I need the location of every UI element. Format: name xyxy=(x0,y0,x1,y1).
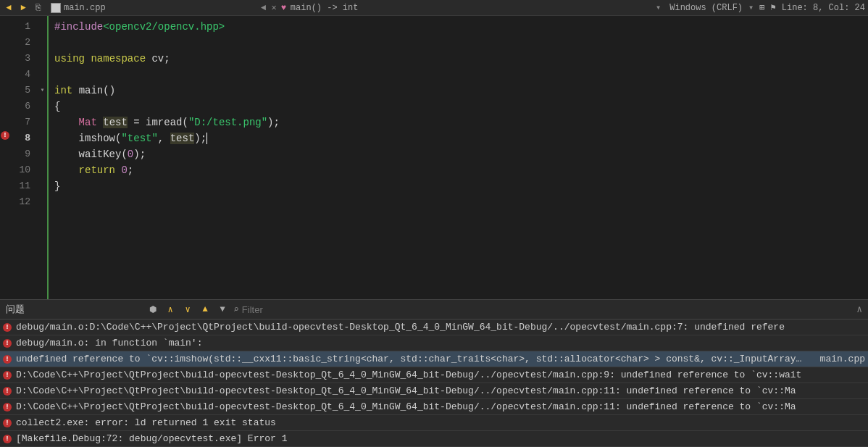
copy-icon[interactable]: ⎘ xyxy=(32,2,43,14)
line-num[interactable]: 5 xyxy=(10,83,30,99)
back-icon[interactable]: ◄ xyxy=(3,2,14,14)
code-area[interactable]: #include<opencv2/opencv.hpp> using names… xyxy=(49,16,868,299)
bookmark-icon[interactable]: ⚑ xyxy=(771,2,776,13)
code-line: waitKey(0); xyxy=(54,146,862,162)
issue-row[interactable]: !collect2.exe: error: ld returned 1 exit… xyxy=(0,415,868,431)
forward-icon[interactable]: ► xyxy=(17,2,29,14)
code-line: } xyxy=(54,178,862,194)
code-line xyxy=(54,194,862,210)
error-icon: ! xyxy=(3,371,12,380)
file-icon xyxy=(51,3,61,13)
error-gutter: ! xyxy=(0,16,10,299)
warning-icon[interactable]: ▲ xyxy=(199,303,212,316)
line-num[interactable]: 6 xyxy=(10,99,30,114)
breadcrumb-dropdown-icon[interactable]: ▾ xyxy=(656,2,661,13)
line-num[interactable]: 9 xyxy=(10,146,30,162)
error-icon: ! xyxy=(3,435,12,443)
issues-panel: 问题 ⬢ ∧ ∨ ▲ ▼ ⌕ ∧ !debug/main.o:D:\Code\C… xyxy=(0,299,868,447)
issues-list[interactable]: !debug/main.o:D:\Code\C++\Project\QtProj… xyxy=(0,319,868,447)
code-line: int main() xyxy=(54,83,862,99)
filter-box: ⌕ xyxy=(233,304,387,315)
issues-toolbar: ⬢ ∧ ∨ ▲ ▼ ⌕ xyxy=(146,303,387,316)
issue-row[interactable]: !D:\Code\C++\Project\QtProject\build-ope… xyxy=(0,383,868,399)
filter-funnel-icon[interactable]: ▼ xyxy=(216,303,229,316)
error-marker[interactable]: ! xyxy=(0,128,10,143)
code-line: return 0; xyxy=(54,162,862,178)
error-icon: ! xyxy=(3,419,12,427)
line-num[interactable]: 7 xyxy=(10,114,30,130)
line-num[interactable]: 2 xyxy=(10,35,30,51)
code-line: Mat test = imread("D:/test.png"); xyxy=(54,114,862,130)
cursor-position: Line: 8, Col: 24 xyxy=(782,3,865,13)
issue-row[interactable]: !undefined reference to `cv::imshow(std:… xyxy=(0,351,868,367)
code-line xyxy=(54,35,862,51)
top-left-controls: ◄ ► ⎘ main.cpp xyxy=(3,2,110,14)
issue-row[interactable]: !D:\Code\C++\Project\QtProject\build-ope… xyxy=(0,399,868,415)
encoding-label[interactable]: Windows (CRLF) xyxy=(669,3,743,13)
issues-title: 问题 xyxy=(6,303,25,316)
breadcrumb-area: ◄ ✕ ♥ main() -> int xyxy=(261,2,358,13)
line-num[interactable]: 10 xyxy=(10,162,30,178)
fold-toggle-icon[interactable]: ▾ xyxy=(38,83,47,99)
line-num[interactable]: 3 xyxy=(10,51,30,67)
line-num[interactable]: 12 xyxy=(10,194,30,210)
error-icon: ! xyxy=(3,323,12,332)
error-icon: ! xyxy=(3,355,12,364)
issues-header: 问题 ⬢ ∧ ∨ ▲ ▼ ⌕ ∧ xyxy=(0,300,868,319)
build-icon[interactable]: ⬢ xyxy=(146,303,159,316)
close-tab-icon[interactable]: ◄ ✕ xyxy=(261,2,277,13)
code-line xyxy=(54,67,862,83)
error-icon: ! xyxy=(3,403,12,412)
line-num[interactable]: 11 xyxy=(10,178,30,194)
issue-row[interactable]: !D:\Code\C++\Project\QtProject\build-ope… xyxy=(0,367,868,383)
filter-input[interactable] xyxy=(242,304,387,315)
code-line: imshow("test", test); xyxy=(54,130,862,146)
code-line: { xyxy=(54,99,862,114)
search-icon: ⌕ xyxy=(233,304,239,315)
error-icon: ! xyxy=(3,339,12,348)
up-icon[interactable]: ∧ xyxy=(164,303,177,316)
function-icon: ♥ xyxy=(281,3,286,13)
down-icon[interactable]: ∨ xyxy=(181,303,194,316)
line-num-current[interactable]: 8 xyxy=(10,130,30,146)
line-numbers: 1 2 3 4 5 6 7 8 9 10 11 12 xyxy=(10,16,38,299)
issue-row[interactable]: !debug/main.o: in function `main': xyxy=(0,335,868,351)
file-name: main.cpp xyxy=(64,3,106,13)
code-line: #include<opencv2/opencv.hpp> xyxy=(54,19,862,35)
encoding-dropdown-icon[interactable]: ▾ xyxy=(748,2,754,13)
editor-area: ! 1 2 3 4 5 6 7 8 9 10 11 12 ▾ #include<… xyxy=(0,16,868,299)
top-bar: ◄ ► ⎘ main.cpp ◄ ✕ ♥ main() -> int ▾ Win… xyxy=(0,0,868,16)
file-tab[interactable]: main.cpp xyxy=(46,3,110,13)
fold-column: ▾ xyxy=(38,16,49,299)
line-num[interactable]: 4 xyxy=(10,67,30,83)
issue-row[interactable]: ![Makefile.Debug:72: debug/opecvtest.exe… xyxy=(0,431,868,447)
error-icon: ! xyxy=(3,387,12,396)
code-line: using namespace cv; xyxy=(54,51,862,67)
panel-close-icon[interactable]: ∧ xyxy=(856,304,862,315)
line-num[interactable]: 1 xyxy=(10,19,30,35)
split-icon[interactable]: ⊞ xyxy=(759,2,764,13)
issue-row[interactable]: !debug/main.o:D:\Code\C++\Project\QtProj… xyxy=(0,319,868,335)
top-right-controls: ▾ Windows (CRLF) ▾ ⊞ ⚑ Line: 8, Col: 24 xyxy=(656,2,865,13)
breadcrumb-text[interactable]: main() -> int xyxy=(291,3,359,13)
